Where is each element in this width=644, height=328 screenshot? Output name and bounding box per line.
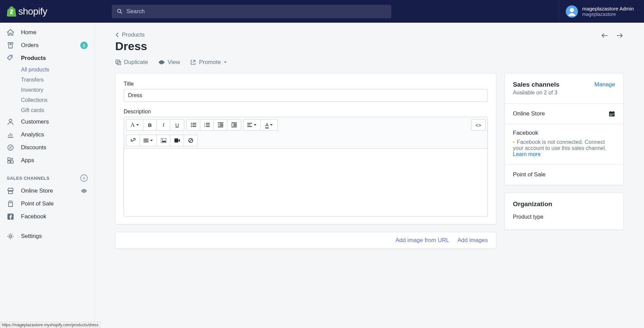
organization-card: Organization Product type (504, 193, 624, 230)
svg-rect-21 (206, 125, 210, 125)
nav-apps[interactable]: Apps (0, 154, 95, 167)
user-menu[interactable]: mageplazastore Admin mageplazastore (559, 0, 644, 23)
svg-point-14 (191, 125, 192, 126)
nav-label: Apps (21, 157, 34, 164)
external-icon (190, 59, 196, 65)
nav-label: Customers (21, 118, 49, 125)
prev-product-button[interactable] (601, 31, 609, 40)
svg-rect-47 (610, 111, 611, 112)
nav-facebook[interactable]: Facebook (0, 210, 95, 223)
rte-bold[interactable]: B (143, 119, 157, 130)
logo[interactable]: shopify (0, 6, 100, 17)
nav-label: Facebook (21, 213, 46, 220)
rte-outdent[interactable] (214, 119, 227, 130)
view-store-icon[interactable] (80, 187, 88, 195)
manage-channels-link[interactable]: Manage (595, 81, 615, 88)
add-image-url-link[interactable]: Add image from URL (395, 237, 449, 244)
analytics-icon (7, 131, 14, 138)
svg-rect-31 (231, 127, 237, 127)
promote-button[interactable]: Promote (190, 59, 227, 66)
nav-label: Point of Sale (21, 200, 54, 207)
search-input[interactable] (126, 8, 387, 15)
view-button[interactable]: View (158, 59, 180, 66)
subnav-gift-cards[interactable]: Gift cards (21, 105, 95, 115)
search-box[interactable] (112, 5, 391, 18)
rte-font-style[interactable]: A (126, 119, 143, 130)
svg-rect-5 (8, 158, 10, 160)
add-channel-button[interactable]: + (80, 174, 88, 182)
svg-point-9 (9, 235, 12, 237)
title-input[interactable] (124, 89, 488, 102)
svg-point-41 (162, 139, 163, 140)
home-icon (7, 29, 14, 36)
duplicate-button[interactable]: Duplicate (115, 59, 148, 66)
subnav-collections[interactable]: Collections (21, 95, 95, 105)
rte-align[interactable] (244, 119, 261, 130)
svg-rect-50 (611, 114, 612, 114)
shopify-bag-icon (7, 6, 16, 17)
customers-icon (7, 118, 14, 126)
logo-text: shopify (18, 6, 47, 17)
nav-orders[interactable]: Orders 1 (0, 39, 95, 52)
calendar-icon[interactable] (608, 110, 615, 117)
rte-clear-format[interactable] (184, 135, 198, 146)
rte-indent[interactable] (227, 119, 241, 130)
search-wrap (100, 5, 405, 18)
svg-rect-34 (247, 126, 252, 127)
svg-rect-19 (206, 123, 210, 124)
main-content: Products Dress Duplicate View Promote (95, 23, 644, 265)
learn-more-link[interactable]: Learn more (513, 151, 541, 157)
add-images-link[interactable]: Add images (457, 237, 488, 244)
svg-rect-29 (233, 124, 237, 125)
subnav-transfers[interactable]: Transfers (21, 75, 95, 85)
nav-pos[interactable]: Point of Sale (0, 197, 95, 210)
rte-image[interactable] (157, 135, 170, 146)
rte-underline[interactable]: U (170, 119, 184, 130)
product-type-label: Product type (513, 214, 615, 220)
nav-settings[interactable]: Settings (0, 230, 95, 243)
orders-icon (7, 42, 14, 49)
duplicate-icon (115, 59, 121, 65)
rte-table[interactable] (140, 135, 157, 146)
svg-rect-11 (117, 61, 121, 65)
channels-availability: Available on 2 of 3 (513, 90, 615, 96)
svg-point-2 (11, 56, 12, 57)
nav-analytics[interactable]: Analytics (0, 128, 95, 141)
title-label: Title (124, 81, 488, 87)
rte-bullet-list[interactable] (187, 119, 200, 130)
svg-rect-49 (610, 114, 611, 114)
description-editor[interactable] (124, 149, 487, 216)
subnav-all-products[interactable]: All products (21, 65, 95, 75)
rte-italic[interactable]: I (157, 119, 170, 130)
settings-icon (7, 233, 14, 240)
svg-line-44 (189, 139, 192, 142)
page-title: Dress (115, 40, 147, 53)
svg-rect-23 (206, 126, 210, 127)
nav-online-store[interactable]: Online Store (0, 184, 95, 197)
breadcrumb-back[interactable]: Products (115, 31, 147, 38)
nav-label: Products (21, 55, 46, 62)
svg-point-16 (191, 126, 192, 127)
svg-rect-24 (218, 123, 223, 123)
nav-home[interactable]: Home (0, 26, 95, 39)
chevron-left-icon (115, 32, 119, 38)
svg-rect-6 (11, 161, 13, 163)
rte-html-toggle[interactable]: <> (472, 119, 485, 130)
nav-products[interactable]: Products (0, 52, 95, 65)
rte-video[interactable] (170, 135, 184, 146)
svg-rect-17 (192, 126, 196, 127)
channel-pos: Point of Sale (513, 171, 545, 178)
rte-text-color[interactable]: A (261, 119, 277, 130)
rte-link[interactable] (126, 135, 140, 146)
nav-discounts[interactable]: Discounts (0, 141, 95, 154)
rte-number-list[interactable]: 123 (200, 119, 214, 130)
svg-point-1 (570, 8, 574, 12)
nav-customers[interactable]: Customers (0, 115, 95, 128)
svg-rect-15 (192, 125, 196, 125)
svg-rect-35 (144, 138, 148, 143)
next-product-button[interactable] (616, 31, 624, 40)
pos-icon (7, 200, 14, 207)
store-name: mageplazastore (582, 12, 634, 17)
subnav-inventory[interactable]: Inventory (21, 85, 95, 95)
nav-label: Online Store (21, 188, 53, 194)
